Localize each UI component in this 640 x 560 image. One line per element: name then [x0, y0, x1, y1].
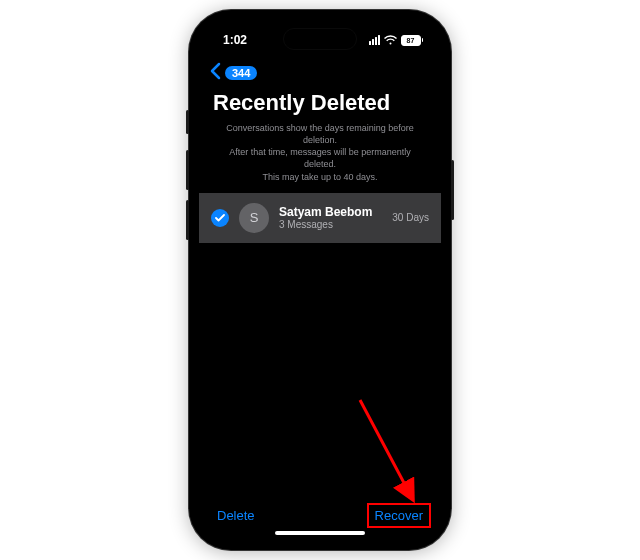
power-button	[451, 160, 454, 220]
home-indicator[interactable]	[275, 531, 365, 535]
status-right: 87	[369, 35, 424, 46]
cellular-signal-icon	[369, 35, 380, 45]
info-line-3: This may take up to 40 days.	[219, 171, 421, 183]
volume-up-button	[186, 150, 189, 190]
days-remaining: 30 Days	[392, 212, 429, 223]
info-line-1: Conversations show the days remaining be…	[219, 122, 421, 146]
info-line-2: After that time, messages will be perman…	[219, 146, 421, 170]
status-time: 1:02	[223, 33, 247, 47]
delete-button[interactable]: Delete	[217, 508, 255, 523]
contact-name: Satyam Beebom	[279, 205, 382, 219]
info-text: Conversations show the days remaining be…	[199, 122, 441, 193]
page-title: Recently Deleted	[199, 90, 441, 122]
contact-avatar: S	[239, 203, 269, 233]
mute-switch	[186, 110, 189, 134]
bottom-toolbar: Delete Recover	[199, 498, 441, 531]
conversation-row[interactable]: S Satyam Beebom 3 Messages 30 Days	[199, 193, 441, 243]
screen: 1:02 87 344 Recently Deleted	[199, 20, 441, 540]
recover-button[interactable]: Recover	[367, 503, 431, 528]
back-chevron-icon[interactable]	[209, 62, 221, 84]
dynamic-island	[283, 28, 357, 50]
back-count-badge[interactable]: 344	[225, 66, 257, 80]
volume-down-button	[186, 200, 189, 240]
selection-checkmark-icon[interactable]	[211, 209, 229, 227]
iphone-frame: 1:02 87 344 Recently Deleted	[189, 10, 451, 550]
message-count: 3 Messages	[279, 219, 382, 230]
content-spacer	[199, 243, 441, 498]
nav-bar: 344	[199, 60, 441, 90]
wifi-icon	[384, 35, 397, 45]
battery-icon: 87	[401, 35, 424, 46]
battery-percent: 87	[407, 37, 415, 44]
conversation-text: Satyam Beebom 3 Messages	[279, 205, 382, 230]
